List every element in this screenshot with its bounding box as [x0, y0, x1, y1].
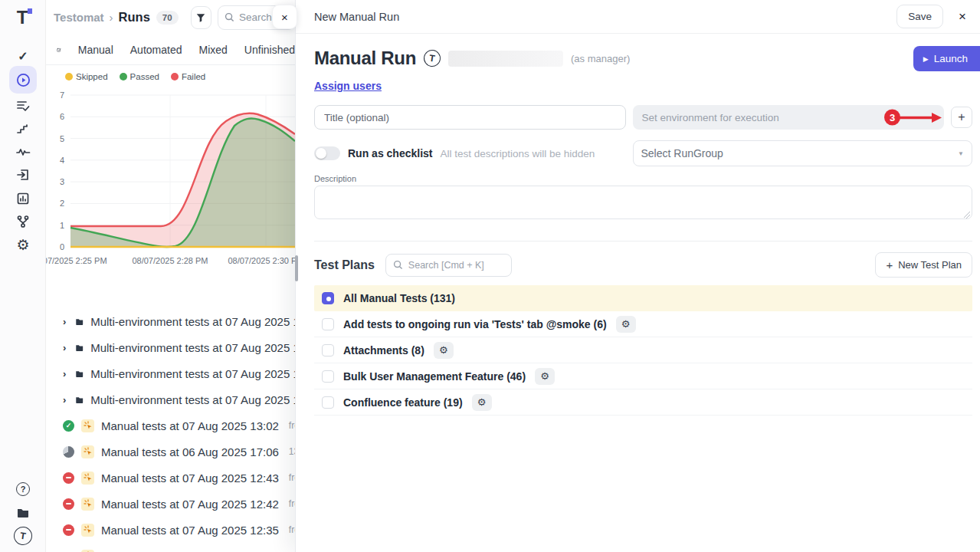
run-row[interactable]: ✓Manual tests at 07 Aug 2025 13:02from C…: [46, 412, 322, 439]
chevron-right-icon[interactable]: ›: [63, 316, 68, 327]
assign-users-link[interactable]: Assign users: [314, 80, 382, 92]
runs-area-chart: 01234567 08/07/2025 2:25 PM 08/07/2025 2…: [46, 86, 295, 271]
select-all-icon[interactable]: [57, 43, 61, 57]
test-plan-list: All Manual Tests (131)Add tests to ongoi…: [314, 285, 972, 416]
steps-icon[interactable]: [9, 117, 37, 141]
import-icon[interactable]: [9, 163, 37, 187]
brand-logo-icon[interactable]: T: [11, 6, 34, 29]
test-plan-label: All Manual Tests (131): [343, 292, 455, 304]
environment-input[interactable]: [633, 105, 945, 130]
branches-icon[interactable]: [9, 209, 37, 234]
scrollbar-thumb[interactable]: [295, 255, 298, 281]
tab-automated[interactable]: Automated: [130, 44, 182, 56]
runs-count-badge: 70: [156, 11, 179, 25]
tab-mixed[interactable]: Mixed: [198, 44, 227, 56]
runs-tabbar: Manual Automated Mixed Unfinished: [46, 34, 295, 65]
status-failed-icon: [63, 524, 74, 536]
chart-legend: Skipped Passed Failed: [65, 72, 205, 81]
run-row[interactable]: Manual tests at 07 Aug 2025 12:43from Cu…: [46, 465, 322, 491]
tab-unfinished[interactable]: Unfinished: [244, 44, 295, 56]
y-tick-label: 4: [60, 156, 64, 165]
drawer-edge-close-button[interactable]: ×: [272, 5, 297, 29]
filter-button[interactable]: [191, 6, 211, 29]
pulse-icon[interactable]: [9, 140, 37, 164]
run-label: Multi-environment tests at 07 Aug 2025 1…: [90, 315, 322, 328]
folder-icon: [75, 316, 84, 327]
plan-settings-gear-button[interactable]: ⚙: [434, 342, 454, 359]
checkbox-icon[interactable]: [322, 318, 334, 330]
runs-play-icon[interactable]: [9, 66, 37, 94]
chevron-right-icon[interactable]: ›: [63, 342, 68, 353]
help-icon[interactable]: ?: [9, 477, 37, 501]
checklist-hint: All test descriptions will be hidden: [441, 148, 595, 159]
rungroup-select[interactable]: Select RunGroup ▼: [633, 140, 973, 166]
legend-failed: Failed: [171, 72, 205, 81]
projects-folder-icon[interactable]: [9, 501, 37, 525]
checklist-cell: Run as checklist All test descriptions w…: [314, 146, 626, 160]
test-plans-header: Test Plans + New Test Plan: [314, 252, 972, 278]
analytics-icon[interactable]: [9, 186, 37, 211]
run-label: Manual tests at 07 Aug 2025 12:42: [101, 498, 279, 511]
test-plan-row[interactable]: Confluence feature (19)⚙: [314, 389, 972, 416]
title-input[interactable]: [314, 105, 626, 130]
chevron-right-icon[interactable]: ›: [63, 368, 68, 380]
folder-icon: [75, 394, 84, 406]
run-folder-row[interactable]: ›Multi-environment tests at 07 Aug 2025 …: [46, 360, 322, 386]
checkbox-icon[interactable]: [322, 344, 334, 356]
new-test-plan-button[interactable]: + New Test Plan: [875, 252, 972, 278]
test-plan-row[interactable]: Attachments (8)⚙: [314, 337, 972, 363]
run-label: Manual tests at 07 Aug 2025 12:43: [101, 472, 279, 485]
run-row[interactable]: [46, 543, 322, 552]
test-plans-icon[interactable]: [9, 94, 37, 118]
launch-button[interactable]: ▶ Launch: [913, 46, 980, 71]
test-plans-search[interactable]: [385, 254, 512, 277]
test-plan-row[interactable]: Bulk User Management Feature (46)⚙: [314, 363, 972, 389]
plan-settings-gear-button[interactable]: ⚙: [472, 394, 492, 411]
breadcrumb-project[interactable]: Testomat: [54, 11, 104, 24]
manual-run-icon: [81, 445, 94, 458]
runs-panel: Testomat › Runs 70 Manual Automated Mixe…: [46, 0, 295, 552]
run-folder-row[interactable]: ›Multi-environment tests at 07 Aug 2025 …: [46, 334, 322, 360]
manual-run-icon: [81, 550, 94, 552]
icon-rail: T ✓ ⚙: [0, 0, 46, 552]
run-heading: Manual Run: [314, 48, 416, 69]
checkbox-icon[interactable]: [322, 370, 334, 383]
plan-settings-gear-button[interactable]: ⚙: [616, 316, 636, 333]
test-plans-title: Test Plans: [314, 258, 375, 272]
environment-field-wrap: 3: [633, 105, 945, 130]
y-tick-label: 6: [60, 112, 64, 121]
run-list: ›Multi-environment tests at 07 Aug 2025 …: [46, 308, 322, 552]
checkbox-icon[interactable]: [322, 396, 334, 409]
checkbox-checked-icon[interactable]: [322, 292, 334, 304]
folder-icon: [75, 368, 84, 380]
tab-manual[interactable]: Manual: [78, 44, 113, 56]
settings-gear-icon[interactable]: ⚙: [9, 232, 37, 257]
test-plan-row[interactable]: Add tests to ongoing run via 'Tests' tab…: [314, 311, 972, 337]
account-logo-icon[interactable]: T: [9, 524, 37, 548]
y-tick-label: 2: [60, 199, 64, 208]
save-button[interactable]: Save: [896, 5, 943, 28]
chevron-right-icon[interactable]: ›: [63, 394, 68, 406]
manual-run-icon: [81, 472, 94, 485]
skipped-dot-icon: [65, 73, 73, 80]
x-label-3: 08/07/2025 2:30 PM: [228, 256, 295, 265]
test-plan-row[interactable]: All Manual Tests (131): [314, 285, 972, 311]
test-plans-search-input[interactable]: [408, 260, 500, 271]
run-row[interactable]: Manual tests at 06 Aug 2025 17:06136 tes…: [46, 439, 322, 465]
run-row[interactable]: Manual tests at 07 Aug 2025 12:35from Cu…: [46, 517, 322, 543]
run-folder-row[interactable]: ›Multi-environment tests at 07 Aug 2025 …: [46, 308, 322, 334]
failed-dot-icon: [171, 73, 179, 80]
chart-y-labels: 01234567: [60, 90, 64, 251]
run-as-checklist-toggle[interactable]: [314, 146, 340, 160]
play-icon: ▶: [923, 55, 929, 63]
plan-settings-gear-button[interactable]: ⚙: [535, 368, 555, 385]
run-row[interactable]: Manual tests at 07 Aug 2025 12:42from Cu…: [46, 491, 322, 517]
new-run-drawer: New Manual Run Save × Manual Run T (as m…: [295, 0, 980, 552]
description-textarea[interactable]: [314, 186, 972, 219]
breadcrumb-section[interactable]: Runs: [119, 10, 150, 25]
manager-avatar: T: [423, 49, 442, 68]
add-environment-button[interactable]: +: [951, 107, 972, 128]
close-icon[interactable]: ×: [959, 9, 966, 25]
run-folder-row[interactable]: ›Multi-environment tests at 07 Aug 2025 …: [46, 386, 322, 412]
description-label: Description: [314, 174, 972, 183]
